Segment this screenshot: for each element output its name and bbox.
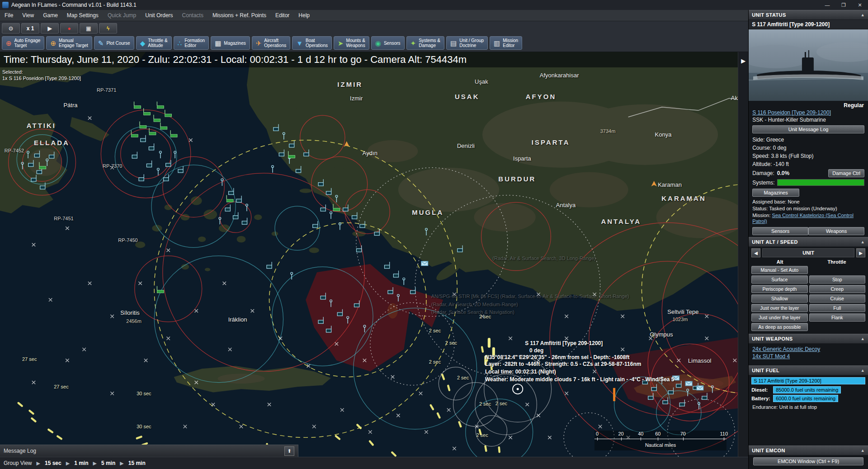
menu-file[interactable]: File: [0, 10, 18, 21]
alt-as-deep-as-possible[interactable]: As deep as possible: [751, 323, 807, 331]
scale-tick-mark: [641, 437, 641, 441]
boat-operations-button[interactable]: ▼Boat Operations: [292, 36, 332, 50]
weapon-24x-generic-acoustic-decoy[interactable]: 24x Generic Acoustic Decoy: [752, 346, 820, 352]
record-button[interactable]: ●: [60, 23, 78, 33]
group-view-label[interactable]: Group View: [4, 460, 32, 466]
menu-contacts[interactable]: Contacts: [178, 10, 208, 21]
mission-editor-button-label: Mission Editor: [503, 38, 518, 48]
endurance-line: Endurance: Unit is at full stop: [749, 403, 868, 412]
menu-view[interactable]: View: [18, 10, 38, 21]
aircraft-operations-button[interactable]: ✈Aircraft Operations: [252, 36, 291, 50]
collapse-icon[interactable]: ▲: [861, 240, 865, 244]
minimize-button[interactable]: —: [819, 0, 835, 10]
throttle-altitude-button[interactable]: ◆Throttle & Altitude: [136, 36, 172, 50]
unit-selector-label: UNIT: [762, 248, 854, 257]
collapse-icon[interactable]: ▲: [861, 13, 865, 17]
magazines-button[interactable]: ▦Magazines: [211, 36, 250, 50]
time-compression-button[interactable]: x 1: [21, 23, 39, 33]
time-step-15-sec[interactable]: 15 sec: [45, 460, 61, 466]
map-area[interactable]: PátraATTIKIELLADARP-7452RP-7371RP-7370RP…: [0, 52, 748, 457]
emcon-window-button[interactable]: EMCON Window (Ctrl + F9): [753, 457, 863, 465]
collapse-icon[interactable]: ▲: [861, 448, 865, 453]
time-step-1-min[interactable]: 1 min: [74, 460, 88, 466]
fuel-battery: Battery:: [751, 396, 773, 401]
weapons-panel-button[interactable]: Weapons: [808, 227, 864, 235]
unit-emcon-header[interactable]: UNIT EMCON ▲: [749, 445, 868, 455]
manual-engage-target-button[interactable]: ⊕Manual Engage Target: [46, 36, 92, 50]
throttle-creep[interactable]: Creep: [809, 285, 865, 293]
proficiency-label: Regular: [749, 101, 868, 109]
message-log-bar[interactable]: Message Log ⬆: [0, 445, 298, 457]
scale-units-label: Nautical miles: [594, 442, 726, 448]
alt-periscope-depth[interactable]: Periscope depth: [751, 285, 807, 293]
quick-strike-button[interactable]: ϟ: [99, 23, 117, 33]
mission-editor-button[interactable]: ▥Mission Editor: [490, 36, 522, 50]
play-button[interactable]: ▶: [41, 23, 59, 33]
fuel-unit-row[interactable]: S 117 Amfitriti [Type 209-1200]: [751, 377, 865, 384]
tactical-map[interactable]: [0, 52, 748, 457]
next-unit-button[interactable]: ▶: [856, 248, 865, 257]
close-button[interactable]: ✕: [852, 0, 868, 10]
unit-speed: Speed: 3.8 kts (Full Stop): [749, 152, 868, 160]
alt-shallow[interactable]: Shallow: [751, 294, 807, 303]
message-log-expand-button[interactable]: ⬆: [284, 446, 294, 456]
time-step-15-min[interactable]: 15 min: [128, 460, 146, 466]
collapse-icon[interactable]: ▲: [861, 368, 865, 373]
unit-status-line: Status: Tasked on mission (Underway): [749, 205, 868, 212]
menu-map-settings[interactable]: Map Settings: [62, 10, 103, 21]
alt-surface[interactable]: Surface: [751, 275, 807, 284]
alt-just-over-the-layer[interactable]: Just over the layer: [751, 304, 807, 312]
weapon-14x-sut-mod-4[interactable]: 14x SUT Mod 4: [752, 353, 790, 360]
unit-alt-speed-header[interactable]: UNIT ALT / SPEED ▲: [749, 237, 868, 247]
menu-quick-jump[interactable]: Quick Jump: [103, 10, 141, 21]
throttle-full[interactable]: Full: [809, 304, 865, 312]
menu-help[interactable]: Help: [294, 10, 314, 21]
fuel-diesel: Diesel:: [751, 387, 773, 393]
throttle-stop[interactable]: Stop: [809, 275, 865, 284]
maximize-button[interactable]: ❐: [835, 0, 852, 10]
clock-button[interactable]: ⊙: [2, 23, 20, 33]
side-panel-handle[interactable]: ▶: [738, 52, 748, 457]
menu-editor[interactable]: Editor: [271, 10, 294, 21]
throttle-flank[interactable]: Flank: [809, 313, 865, 322]
alt-manual-set-auto[interactable]: Manual - Set Auto: [751, 266, 807, 274]
unit-status-header[interactable]: UNIT STATUS ▲: [749, 10, 868, 20]
fuel-battery-value: 6000.0 fuel units remaining: [773, 395, 838, 402]
damage-value: 0.0%: [777, 170, 789, 176]
systems-damage-button[interactable]: ✦Systems & Damage: [406, 36, 444, 50]
aircraft-operations-button-label: Aircraft Operations: [264, 38, 286, 48]
screenshot-button[interactable]: ▣: [80, 23, 98, 33]
unit-fuel-header[interactable]: UNIT FUEL ▲: [749, 365, 868, 375]
time-status-bar: Time: Thursday, June 11, 2020 - Zulu: 22…: [0, 52, 738, 67]
unit-group-doctrine-button[interactable]: ▤Unit / Group Doctrine: [446, 36, 488, 50]
scale-tick-mark: [724, 437, 724, 441]
throttle-cruise[interactable]: Cruise: [809, 294, 865, 303]
unit-class-link[interactable]: S 116 Poseidon [Type 209-1200]: [752, 109, 831, 116]
collapse-icon[interactable]: ▲: [861, 336, 865, 341]
formation-editor-button[interactable]: ∴Formation Editor: [174, 36, 209, 50]
menu-unit-orders[interactable]: Unit Orders: [141, 10, 177, 21]
mounts-weapons-button-label: Mounts & Weapons: [346, 38, 365, 48]
damage-ctrl-button[interactable]: Damage Ctrl: [828, 169, 864, 177]
formation-icon: ∴: [178, 40, 182, 47]
sensors-button[interactable]: ◉Sensors: [371, 36, 405, 50]
magazines-panel-button[interactable]: Magazines: [752, 189, 799, 197]
menu-missions-ref-points[interactable]: Missions + Ref. Points: [208, 10, 271, 21]
mission-icon: ▥: [494, 40, 500, 47]
toolbar: ⊙x 1▶●▣ϟ ⊕Auto Engage Target⊕Manual Enga…: [0, 21, 748, 52]
prev-unit-button[interactable]: ◀: [751, 248, 760, 257]
menu-game[interactable]: Game: [38, 10, 62, 21]
mounts-weapons-button[interactable]: ➤Mounts & Weapons: [334, 36, 369, 50]
manual-engage-target-button-label: Manual Engage Target: [59, 38, 88, 48]
time-step-5-min[interactable]: 5 min: [101, 460, 115, 466]
plot-course-button[interactable]: ✎Plot Course: [94, 36, 134, 50]
sensors-panel-button[interactable]: Sensors: [752, 227, 808, 235]
step-arrow-icon: ▶: [36, 460, 40, 466]
selected-label: Selected:: [2, 69, 81, 75]
alt-just-under-the-layer[interactable]: Just under the layer: [751, 313, 807, 322]
auto-engage-target-button[interactable]: ⊕Auto Engage Target: [2, 36, 44, 50]
unit-message-log-button[interactable]: Unit Message Log: [752, 125, 864, 133]
expand-panel-icon[interactable]: ▶: [741, 57, 745, 457]
unit-weapons-header[interactable]: UNIT WEAPONS ▲: [749, 334, 868, 344]
alt-column-label: Alt: [751, 259, 808, 265]
